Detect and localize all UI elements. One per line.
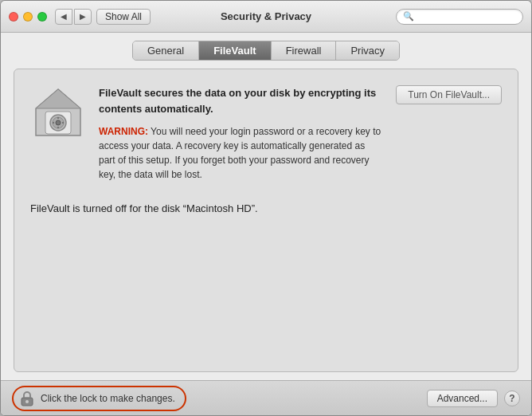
bottom-bar: Click the lock to make changes. Advanced…	[1, 380, 531, 415]
tabs: General FileVault Firewall Privacy	[132, 41, 400, 61]
tab-filevault[interactable]: FileVault	[199, 41, 271, 60]
search-icon: 🔍	[403, 11, 414, 22]
disk-status: FileVault is turned off for the disk “Ma…	[30, 202, 502, 214]
lock-text: Click the lock to make changes.	[41, 393, 175, 404]
advanced-button[interactable]: Advanced...	[427, 390, 498, 407]
bottom-right: Advanced... ?	[427, 390, 520, 407]
main-content: FileVault secures the data on your disk …	[14, 69, 518, 372]
svg-point-9	[56, 120, 61, 125]
titlebar: ◀ ▶ Show All Security & Privacy 🔍	[1, 1, 531, 33]
filevault-icon	[30, 85, 86, 141]
turn-on-filevault-button[interactable]: Turn On FileVault...	[396, 85, 502, 104]
show-all-button[interactable]: Show All	[96, 9, 151, 25]
back-button[interactable]: ◀	[55, 9, 72, 25]
forward-button[interactable]: ▶	[74, 9, 92, 25]
minimize-button[interactable]	[23, 12, 33, 22]
svg-point-11	[25, 400, 29, 403]
warning-label: WARNING:	[99, 126, 148, 137]
svg-marker-1	[36, 89, 80, 108]
description-area: FileVault secures the data on your disk …	[99, 85, 383, 191]
lock-icon	[20, 390, 34, 406]
traffic-lights	[9, 12, 47, 22]
maximize-button[interactable]	[37, 12, 47, 22]
search-input[interactable]	[417, 11, 513, 22]
description-main: FileVault secures the data on your disk …	[99, 85, 383, 116]
nav-buttons: ◀ ▶	[55, 9, 92, 25]
lock-area[interactable]: Click the lock to make changes.	[12, 386, 186, 411]
top-row: FileVault secures the data on your disk …	[30, 85, 502, 191]
tab-firewall[interactable]: Firewall	[272, 41, 337, 60]
warning-block: WARNING: You will need your login passwo…	[99, 124, 383, 182]
filevault-section: FileVault secures the data on your disk …	[30, 85, 502, 355]
close-button[interactable]	[9, 12, 18, 22]
window: ◀ ▶ Show All Security & Privacy 🔍 Genera…	[0, 0, 532, 416]
tab-toolbar: General FileVault Firewall Privacy	[1, 33, 531, 61]
search-box[interactable]: 🔍	[396, 9, 523, 25]
window-title: Security & Privacy	[221, 10, 311, 22]
help-button[interactable]: ?	[504, 390, 520, 406]
tab-privacy[interactable]: Privacy	[336, 41, 399, 60]
tab-general[interactable]: General	[133, 41, 199, 60]
